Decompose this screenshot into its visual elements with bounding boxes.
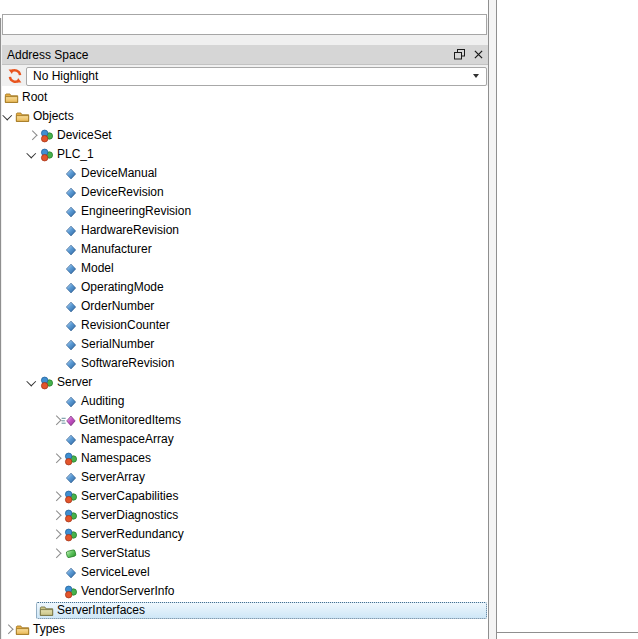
tree-row[interactable]: DeviceRevision bbox=[2, 183, 488, 202]
expander-slot bbox=[52, 354, 63, 373]
tree-row[interactable]: RevisionCounter bbox=[2, 316, 488, 335]
row-content: ServerStatus bbox=[63, 545, 150, 562]
tree-row[interactable]: ServerArray bbox=[2, 468, 488, 487]
expander-slot bbox=[52, 392, 63, 411]
tree-row-label: Namespaces bbox=[81, 449, 151, 468]
object-icon bbox=[63, 451, 78, 466]
tree-row[interactable]: Manufacturer bbox=[2, 240, 488, 259]
tree-row[interactable]: PLC_1 bbox=[2, 145, 488, 164]
expander-icon[interactable] bbox=[4, 620, 15, 639]
row-content: Manufacturer bbox=[63, 241, 152, 258]
tree-row[interactable]: EngineeringRevision bbox=[2, 202, 488, 221]
tree-row-label: SoftwareRevision bbox=[81, 354, 174, 373]
expander-slot bbox=[52, 183, 63, 202]
row-content: Namespaces bbox=[63, 450, 151, 467]
row-content: RevisionCounter bbox=[63, 317, 170, 334]
row-content: Auditing bbox=[63, 393, 124, 410]
expander-icon[interactable] bbox=[52, 525, 63, 544]
highlight-dropdown[interactable]: No Highlight bbox=[26, 67, 487, 86]
tree-row-label: RevisionCounter bbox=[81, 316, 170, 335]
tree-row[interactable]: DeviceSet bbox=[2, 126, 488, 145]
tree-row-label: ServerStatus bbox=[81, 544, 150, 563]
expander-slot bbox=[52, 164, 63, 183]
tree-row[interactable]: Auditing bbox=[2, 392, 488, 411]
tree-row-label: Root bbox=[22, 88, 47, 107]
property-icon bbox=[63, 166, 78, 181]
property-icon bbox=[63, 223, 78, 238]
tree-row[interactable]: ServerDiagnostics bbox=[2, 506, 488, 525]
expander-icon[interactable] bbox=[52, 449, 63, 468]
chevron-down-icon bbox=[473, 74, 479, 78]
expander-slot bbox=[52, 240, 63, 259]
tree-row[interactable]: Types bbox=[2, 620, 488, 639]
tree-row[interactable]: NamespaceArray bbox=[2, 430, 488, 449]
folder-icon bbox=[15, 622, 30, 637]
expander-slot bbox=[52, 563, 63, 582]
row-content: ServerDiagnostics bbox=[63, 507, 178, 524]
property-icon bbox=[63, 242, 78, 257]
expander-icon[interactable] bbox=[52, 487, 63, 506]
property-icon bbox=[63, 261, 78, 276]
property-icon bbox=[63, 470, 78, 485]
expander-icon[interactable] bbox=[28, 145, 39, 164]
tree-row-label: ServerCapabilities bbox=[81, 487, 178, 506]
tree-row[interactable]: OperatingMode bbox=[2, 278, 488, 297]
folder-icon bbox=[15, 109, 30, 124]
tree-row[interactable]: GetMonitoredItems bbox=[2, 411, 488, 430]
tree-row[interactable]: ServerInterfaces bbox=[2, 601, 488, 620]
row-content: PLC_1 bbox=[39, 146, 94, 163]
row-content: EngineeringRevision bbox=[63, 203, 191, 220]
tree-row[interactable]: Namespaces bbox=[2, 449, 488, 468]
tree-row[interactable]: SerialNumber bbox=[2, 335, 488, 354]
expander-icon[interactable] bbox=[52, 506, 63, 525]
expander-icon[interactable] bbox=[28, 126, 39, 145]
row-content: Model bbox=[63, 260, 114, 277]
property-icon bbox=[63, 318, 78, 333]
row-content: SoftwareRevision bbox=[63, 355, 174, 372]
expander-slot bbox=[52, 582, 63, 601]
tree-row[interactable]: HardwareRevision bbox=[2, 221, 488, 240]
tree-row[interactable]: ServerCapabilities bbox=[2, 487, 488, 506]
tree-row-label: DeviceSet bbox=[57, 126, 112, 145]
expander-slot bbox=[52, 221, 63, 240]
tree-row[interactable]: Server bbox=[2, 373, 488, 392]
row-content: Root bbox=[4, 89, 47, 106]
row-content: SerialNumber bbox=[63, 336, 154, 353]
expander-icon[interactable] bbox=[4, 107, 15, 126]
property-icon bbox=[63, 204, 78, 219]
tree-row[interactable]: ServiceLevel bbox=[2, 563, 488, 582]
object-icon bbox=[63, 489, 78, 504]
row-content: OperatingMode bbox=[63, 279, 164, 296]
tree-row[interactable]: VendorServerInfo bbox=[2, 582, 488, 601]
panel-splitter[interactable] bbox=[489, 0, 496, 639]
tree-row[interactable]: ServerStatus bbox=[2, 544, 488, 563]
tree-row[interactable]: DeviceManual bbox=[2, 164, 488, 183]
row-content: NamespaceArray bbox=[63, 431, 174, 448]
tree-row[interactable]: ServerRedundancy bbox=[2, 525, 488, 544]
float-panel-button[interactable] bbox=[451, 47, 467, 63]
expander-icon[interactable] bbox=[28, 373, 39, 392]
expander-slot bbox=[52, 335, 63, 354]
float-icon bbox=[454, 49, 465, 60]
highlight-sync-icon[interactable] bbox=[6, 68, 23, 85]
tree-row[interactable]: OrderNumber bbox=[2, 297, 488, 316]
expander-icon[interactable] bbox=[52, 544, 63, 563]
folder-icon bbox=[4, 90, 19, 105]
main-area-divider bbox=[497, 632, 638, 633]
close-panel-button[interactable] bbox=[470, 47, 486, 63]
tree-row[interactable]: Model bbox=[2, 259, 488, 278]
row-content: GetMonitoredItems bbox=[63, 412, 181, 429]
row-content: DeviceRevision bbox=[63, 184, 164, 201]
tree-row[interactable]: Root bbox=[2, 88, 488, 107]
tree-row-label: Manufacturer bbox=[81, 240, 152, 259]
folder-icon bbox=[39, 603, 54, 618]
highlight-dropdown-value: No Highlight bbox=[27, 68, 473, 85]
row-content: ServiceLevel bbox=[63, 564, 150, 581]
object-icon bbox=[63, 508, 78, 523]
tree-row[interactable]: Objects bbox=[2, 107, 488, 126]
main-document-area bbox=[497, 0, 638, 639]
tree-row[interactable]: SoftwareRevision bbox=[2, 354, 488, 373]
tree-row-label: OrderNumber bbox=[81, 297, 154, 316]
expander-slot bbox=[52, 316, 63, 335]
expander-slot bbox=[52, 430, 63, 449]
